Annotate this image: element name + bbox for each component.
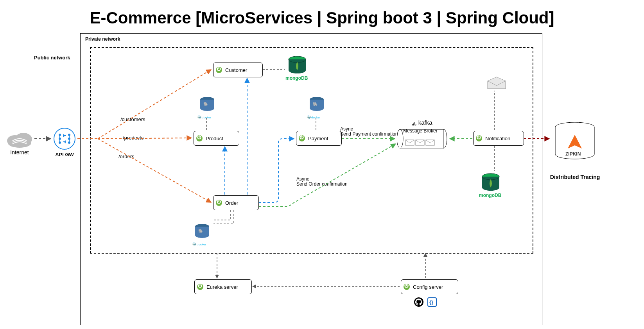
config-server-label: Config server bbox=[413, 284, 443, 290]
mongodb-customer-icon: mongoDB bbox=[285, 55, 332, 82]
message-broker-label: Message Broker bbox=[399, 128, 442, 134]
svg-point-8 bbox=[59, 142, 61, 143]
eureka-server-label: Eureka server bbox=[206, 284, 238, 290]
payment-service-box: Payment bbox=[296, 131, 342, 146]
async-payment-label: AsyncSend Payment confirmation bbox=[340, 127, 398, 137]
product-service-box: Product bbox=[194, 131, 239, 146]
svg-point-3 bbox=[54, 128, 75, 149]
mongodb-text: mongoDB bbox=[479, 193, 502, 198]
config-server-box: Config server bbox=[401, 279, 458, 294]
svg-text:🐳: 🐳 bbox=[307, 115, 311, 120]
internet-label: Internet bbox=[4, 149, 35, 156]
customer-service-label: Customer bbox=[225, 67, 247, 73]
svg-text:ZIPKIN: ZIPKIN bbox=[565, 151, 581, 157]
svg-point-9 bbox=[68, 134, 70, 136]
distributed-tracing-label: Distributed Tracing bbox=[547, 174, 603, 180]
postgres-docker-order-icon: 🐘 🐳 docker bbox=[190, 223, 214, 250]
spring-icon bbox=[216, 200, 222, 206]
spring-icon bbox=[196, 135, 203, 141]
email-envelope-icon bbox=[487, 76, 506, 90]
json-file-icon: {} bbox=[427, 297, 437, 307]
spring-icon bbox=[404, 284, 410, 290]
svg-marker-34 bbox=[488, 77, 506, 89]
route-products-label: /products bbox=[123, 135, 144, 141]
product-service-label: Product bbox=[206, 136, 223, 141]
mongodb-text: mongoDB bbox=[285, 75, 308, 81]
order-service-box: Order bbox=[213, 195, 259, 210]
svg-text:🐘: 🐘 bbox=[203, 102, 208, 107]
svg-text:🐳: 🐳 bbox=[192, 242, 197, 247]
svg-text:🐘: 🐘 bbox=[313, 102, 318, 107]
kafka-label: ஃ kafka bbox=[399, 119, 446, 127]
api-gateway-icon bbox=[53, 127, 76, 150]
notification-service-label: Notification bbox=[485, 136, 510, 141]
spring-icon bbox=[197, 284, 203, 290]
postgres-docker-product-icon: 🐘 🐳 docker bbox=[196, 96, 219, 123]
public-network-label: Public network bbox=[34, 55, 70, 61]
zipkin-cylinder-icon: ZIPKIN bbox=[551, 121, 598, 164]
svg-point-10 bbox=[68, 138, 70, 139]
svg-text:docker: docker bbox=[311, 116, 321, 119]
customer-service-box: Customer bbox=[213, 63, 263, 77]
svg-text:docker: docker bbox=[197, 243, 206, 246]
kafka-text: kafka bbox=[418, 119, 432, 126]
svg-point-7 bbox=[59, 138, 61, 139]
order-service-label: Order bbox=[225, 200, 238, 206]
mongodb-notification-icon: mongoDB bbox=[479, 172, 526, 199]
svg-point-6 bbox=[59, 134, 61, 136]
diagram-title: E-Commerce [MicroServices | Spring boot … bbox=[0, 9, 644, 27]
svg-point-11 bbox=[68, 142, 70, 143]
spring-icon bbox=[476, 135, 482, 141]
payment-service-label: Payment bbox=[308, 136, 328, 141]
svg-text:docker: docker bbox=[202, 116, 211, 119]
eureka-server-box: Eureka server bbox=[194, 279, 252, 294]
route-orders-label: /orders bbox=[118, 154, 134, 159]
postgres-docker-payment-icon: 🐘 🐳 docker bbox=[305, 96, 328, 123]
spring-icon bbox=[299, 135, 305, 141]
svg-text:🐘: 🐘 bbox=[198, 229, 203, 234]
github-icon bbox=[414, 297, 424, 307]
async-order-label: AsyncSend Order confirmation bbox=[296, 177, 348, 187]
svg-point-2 bbox=[8, 138, 31, 148]
api-gw-label: API GW bbox=[51, 152, 78, 157]
route-customers-label: /customers bbox=[120, 116, 145, 122]
svg-text:🐳: 🐳 bbox=[197, 115, 202, 120]
notification-service-box: Notification bbox=[473, 131, 524, 146]
spring-icon bbox=[216, 67, 222, 73]
svg-text:{}: {} bbox=[429, 299, 433, 305]
internet-cloud-icon bbox=[4, 129, 35, 148]
private-network-label: Private network bbox=[85, 36, 120, 42]
